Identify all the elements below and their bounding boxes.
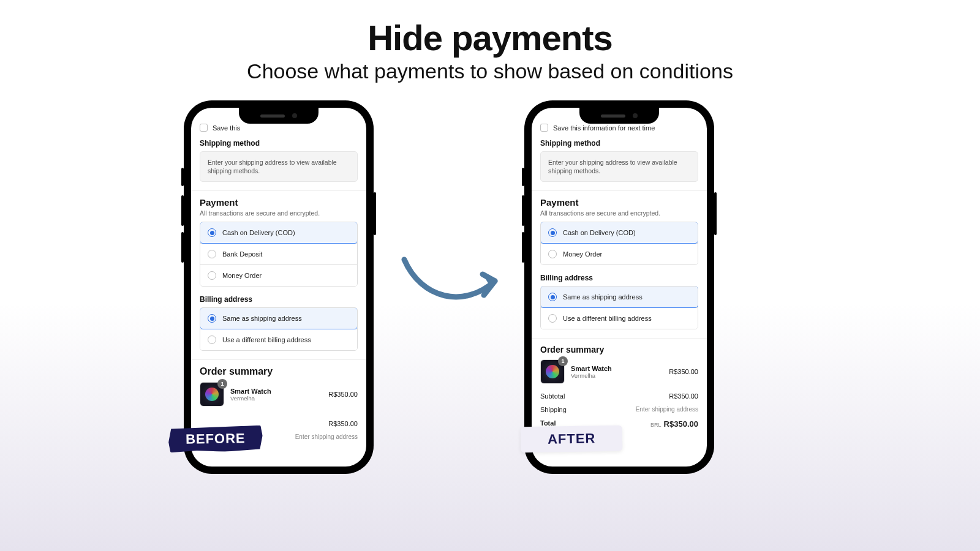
- phone-before: Save this Shipping method Enter your shi…: [184, 100, 374, 474]
- shipping-hint-box: Enter your shipping address to view avai…: [200, 151, 358, 182]
- radio-icon: [208, 314, 216, 323]
- checkout-screen-after: Save this information for next time Ship…: [532, 108, 707, 467]
- billing-diff-label: Use a different billing address: [563, 315, 652, 322]
- phone-notch: [579, 108, 659, 124]
- order-summary-title: Order summary: [200, 366, 358, 377]
- product-price: R$350.00: [328, 391, 358, 398]
- phone-notch: [239, 108, 318, 124]
- billing-diff-label: Use a different billing address: [222, 336, 311, 343]
- total-value: R$350.00: [664, 419, 698, 429]
- payment-subtitle: All transactions are secure and encrypte…: [540, 209, 698, 217]
- product-price: R$350.00: [669, 368, 698, 375]
- radio-icon: [208, 271, 216, 280]
- after-banner: AFTER: [521, 425, 623, 453]
- total-currency: BRL: [650, 422, 662, 428]
- shipping-label: Shipping: [540, 406, 567, 413]
- shipping-hint-box: Enter your shipping address to view avai…: [540, 151, 698, 182]
- subtotal-value: R$350.00: [669, 392, 698, 400]
- radio-icon: [548, 250, 557, 258]
- payment-option[interactable]: Bank Deposit: [200, 243, 357, 264]
- qty-badge: 1: [217, 379, 227, 389]
- payment-option[interactable]: Money Order: [200, 264, 357, 286]
- billing-options: Same as shipping address Use a different…: [540, 286, 698, 329]
- billing-title: Billing address: [200, 295, 358, 304]
- payment-options: Cash on Delivery (COD)Bank DepositMoney …: [200, 222, 358, 287]
- payment-option[interactable]: Money Order: [541, 243, 698, 264]
- phone-after: Save this information for next time Ship…: [524, 100, 714, 474]
- product-thumb: 1: [200, 382, 224, 407]
- checkbox-icon[interactable]: [540, 124, 548, 132]
- subtotal-row: Subtotal R$350.00: [540, 392, 698, 400]
- subtotal-value: R$350.00: [328, 420, 358, 427]
- shipping-method-title: Shipping method: [200, 139, 358, 148]
- billing-title: Billing address: [540, 274, 698, 282]
- save-info-label: Save this information for next time: [553, 124, 655, 132]
- product-thumb: 1: [540, 359, 565, 384]
- save-info-label: Save this: [213, 124, 240, 132]
- billing-diff[interactable]: Use a different billing address: [541, 307, 698, 329]
- payment-option-label: Money Order: [222, 272, 262, 279]
- before-banner: BEFORE: [168, 425, 263, 453]
- radio-icon: [208, 335, 216, 344]
- product-variant: Vermelha: [230, 395, 322, 402]
- billing-diff[interactable]: Use a different billing address: [200, 329, 357, 350]
- payment-option-label: Money Order: [563, 250, 602, 258]
- product-name: Smart Watch: [230, 388, 322, 395]
- radio-icon: [208, 250, 216, 258]
- billing-same[interactable]: Same as shipping address: [540, 286, 698, 308]
- page-title: Hide payments: [0, 17, 980, 58]
- checkout-screen-before: Save this Shipping method Enter your shi…: [191, 108, 366, 467]
- shipping-method-title: Shipping method: [540, 139, 698, 148]
- qty-badge: 1: [558, 356, 568, 366]
- radio-icon: [548, 228, 557, 237]
- payment-options: Cash on Delivery (COD)Money Order: [540, 222, 698, 265]
- payment-option[interactable]: Cash on Delivery (COD): [540, 222, 698, 244]
- shipping-value: Enter shipping address: [295, 433, 358, 441]
- page-subtitle: Choose what payments to show based on co…: [0, 59, 980, 83]
- order-line-item: 1 Smart Watch Vermelha R$350.00: [540, 359, 698, 384]
- billing-options: Same as shipping address Use a different…: [200, 307, 358, 351]
- radio-icon: [208, 228, 216, 237]
- payment-title: Payment: [540, 197, 698, 208]
- radio-icon: [548, 293, 557, 301]
- billing-same-label: Same as shipping address: [222, 315, 302, 322]
- radio-icon: [548, 314, 557, 323]
- product-variant: Vermelha: [571, 372, 663, 379]
- payment-option-label: Cash on Delivery (COD): [563, 229, 636, 236]
- payment-option-label: Cash on Delivery (COD): [222, 229, 295, 236]
- payment-title: Payment: [200, 197, 358, 208]
- order-line-item: 1 Smart Watch Vermelha R$350.00: [200, 382, 358, 407]
- subtotal-label: Subtotal: [540, 392, 565, 400]
- payment-subtitle: All transactions are secure and encrypte…: [200, 209, 358, 217]
- checkbox-icon[interactable]: [200, 124, 208, 132]
- arrow-icon: [397, 247, 513, 321]
- billing-same[interactable]: Same as shipping address: [200, 307, 358, 329]
- order-summary-title: Order summary: [540, 345, 698, 354]
- comparison-stage: Save this Shipping method Enter your shi…: [0, 100, 980, 529]
- subtotal-row: R$350.00: [200, 420, 358, 427]
- shipping-value: Enter shipping address: [636, 406, 698, 413]
- payment-option[interactable]: Cash on Delivery (COD): [200, 222, 358, 244]
- shipping-row: Shipping Enter shipping address: [540, 406, 698, 413]
- billing-same-label: Same as shipping address: [563, 293, 643, 301]
- payment-option-label: Bank Deposit: [222, 250, 262, 258]
- product-name: Smart Watch: [571, 365, 663, 372]
